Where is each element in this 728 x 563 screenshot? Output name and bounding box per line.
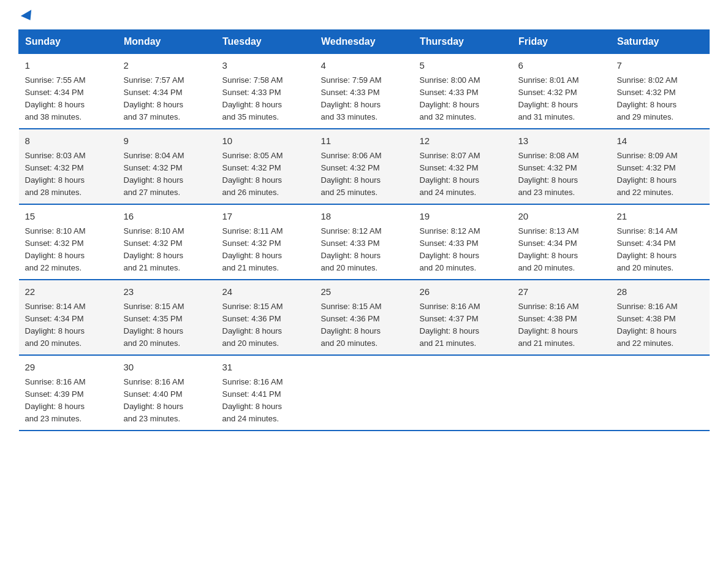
day-info: Sunrise: 7:55 AMSunset: 4:34 PMDaylight:… [25, 74, 112, 124]
table-row: 20Sunrise: 8:13 AMSunset: 4:34 PMDayligh… [512, 204, 611, 280]
day-number: 10 [222, 134, 309, 148]
day-number: 21 [617, 210, 703, 224]
table-row: 23Sunrise: 8:15 AMSunset: 4:35 PMDayligh… [118, 280, 216, 355]
day-number: 23 [124, 285, 210, 299]
day-number: 6 [518, 59, 605, 73]
day-number: 27 [518, 285, 605, 299]
table-row: 10Sunrise: 8:05 AMSunset: 4:32 PMDayligh… [216, 129, 315, 204]
table-row: 28Sunrise: 8:16 AMSunset: 4:38 PMDayligh… [611, 280, 710, 355]
day-number: 8 [25, 134, 112, 148]
day-info: Sunrise: 8:16 AMSunset: 4:37 PMDaylight:… [420, 301, 506, 350]
day-info: Sunrise: 8:02 AMSunset: 4:32 PMDaylight:… [617, 74, 703, 124]
table-row: 30Sunrise: 8:16 AMSunset: 4:40 PMDayligh… [118, 355, 216, 431]
col-monday: Monday [118, 30, 216, 54]
table-row [611, 355, 710, 431]
day-info: Sunrise: 8:16 AMSunset: 4:40 PMDaylight:… [124, 376, 210, 426]
day-info: Sunrise: 8:10 AMSunset: 4:32 PMDaylight:… [25, 225, 112, 275]
day-info: Sunrise: 8:04 AMSunset: 4:32 PMDaylight:… [124, 150, 210, 199]
table-row: 17Sunrise: 8:11 AMSunset: 4:32 PMDayligh… [216, 204, 315, 280]
day-number: 7 [617, 59, 703, 73]
table-row: 16Sunrise: 8:10 AMSunset: 4:32 PMDayligh… [118, 204, 216, 280]
day-info: Sunrise: 8:01 AMSunset: 4:32 PMDaylight:… [518, 74, 605, 124]
day-number: 1 [25, 59, 112, 73]
table-row: 24Sunrise: 8:15 AMSunset: 4:36 PMDayligh… [216, 280, 315, 355]
table-row [315, 355, 414, 431]
day-number: 30 [124, 361, 210, 375]
table-row [512, 355, 611, 431]
table-row: 18Sunrise: 8:12 AMSunset: 4:33 PMDayligh… [315, 204, 414, 280]
day-info: Sunrise: 8:15 AMSunset: 4:35 PMDaylight:… [124, 301, 210, 350]
day-number: 12 [420, 134, 506, 148]
day-info: Sunrise: 7:57 AMSunset: 4:34 PMDaylight:… [124, 74, 210, 124]
day-info: Sunrise: 8:00 AMSunset: 4:33 PMDaylight:… [420, 74, 506, 124]
day-info: Sunrise: 8:14 AMSunset: 4:34 PMDaylight:… [25, 301, 112, 350]
day-number: 31 [222, 361, 309, 375]
logo [18, 12, 36, 17]
logo-text [18, 12, 34, 21]
day-number: 24 [222, 285, 309, 299]
day-info: Sunrise: 8:16 AMSunset: 4:39 PMDaylight:… [25, 376, 112, 426]
day-info: Sunrise: 8:11 AMSunset: 4:32 PMDaylight:… [222, 225, 309, 275]
table-row: 8Sunrise: 8:03 AMSunset: 4:32 PMDaylight… [19, 129, 118, 204]
day-number: 5 [420, 59, 506, 73]
day-info: Sunrise: 7:59 AMSunset: 4:33 PMDaylight:… [321, 74, 408, 124]
day-number: 3 [222, 59, 309, 73]
table-row: 3Sunrise: 7:58 AMSunset: 4:33 PMDaylight… [216, 54, 315, 129]
table-row: 7Sunrise: 8:02 AMSunset: 4:32 PMDaylight… [611, 54, 710, 129]
day-number: 15 [25, 210, 112, 224]
table-row: 12Sunrise: 8:07 AMSunset: 4:32 PMDayligh… [414, 129, 512, 204]
calendar-week-row: 29Sunrise: 8:16 AMSunset: 4:39 PMDayligh… [19, 355, 710, 431]
day-info: Sunrise: 8:03 AMSunset: 4:32 PMDaylight:… [25, 150, 112, 199]
col-thursday: Thursday [414, 30, 512, 54]
table-row: 29Sunrise: 8:16 AMSunset: 4:39 PMDayligh… [19, 355, 118, 431]
day-info: Sunrise: 8:14 AMSunset: 4:34 PMDaylight:… [617, 225, 703, 275]
day-number: 28 [617, 285, 703, 299]
day-number: 17 [222, 210, 309, 224]
day-info: Sunrise: 8:10 AMSunset: 4:32 PMDaylight:… [124, 225, 210, 275]
day-info: Sunrise: 8:15 AMSunset: 4:36 PMDaylight:… [321, 301, 408, 350]
col-sunday: Sunday [19, 30, 118, 54]
day-number: 2 [124, 59, 210, 73]
day-number: 18 [321, 210, 408, 224]
day-info: Sunrise: 8:13 AMSunset: 4:34 PMDaylight:… [518, 225, 605, 275]
col-friday: Friday [512, 30, 611, 54]
day-info: Sunrise: 8:06 AMSunset: 4:32 PMDaylight:… [321, 150, 408, 199]
col-saturday: Saturday [611, 30, 710, 54]
day-info: Sunrise: 8:12 AMSunset: 4:33 PMDaylight:… [321, 225, 408, 275]
table-row: 31Sunrise: 8:16 AMSunset: 4:41 PMDayligh… [216, 355, 315, 431]
table-row: 25Sunrise: 8:15 AMSunset: 4:36 PMDayligh… [315, 280, 414, 355]
day-number: 25 [321, 285, 408, 299]
day-info: Sunrise: 8:12 AMSunset: 4:33 PMDaylight:… [420, 225, 506, 275]
day-info: Sunrise: 7:58 AMSunset: 4:33 PMDaylight:… [222, 74, 309, 124]
table-row: 21Sunrise: 8:14 AMSunset: 4:34 PMDayligh… [611, 204, 710, 280]
table-row: 13Sunrise: 8:08 AMSunset: 4:32 PMDayligh… [512, 129, 611, 204]
day-number: 16 [124, 210, 210, 224]
table-row: 26Sunrise: 8:16 AMSunset: 4:37 PMDayligh… [414, 280, 512, 355]
day-info: Sunrise: 8:09 AMSunset: 4:32 PMDaylight:… [617, 150, 703, 199]
table-row: 4Sunrise: 7:59 AMSunset: 4:33 PMDaylight… [315, 54, 414, 129]
page-header [18, 12, 710, 17]
day-info: Sunrise: 8:05 AMSunset: 4:32 PMDaylight:… [222, 150, 309, 199]
day-number: 22 [25, 285, 112, 299]
day-info: Sunrise: 8:16 AMSunset: 4:38 PMDaylight:… [518, 301, 605, 350]
day-number: 14 [617, 134, 703, 148]
day-number: 29 [25, 361, 112, 375]
day-number: 26 [420, 285, 506, 299]
table-row [414, 355, 512, 431]
day-info: Sunrise: 8:16 AMSunset: 4:38 PMDaylight:… [617, 301, 703, 350]
table-row: 19Sunrise: 8:12 AMSunset: 4:33 PMDayligh… [414, 204, 512, 280]
day-info: Sunrise: 8:07 AMSunset: 4:32 PMDaylight:… [420, 150, 506, 199]
table-row: 14Sunrise: 8:09 AMSunset: 4:32 PMDayligh… [611, 129, 710, 204]
day-number: 20 [518, 210, 605, 224]
calendar-week-row: 8Sunrise: 8:03 AMSunset: 4:32 PMDaylight… [19, 129, 710, 204]
calendar-table: Sunday Monday Tuesday Wednesday Thursday… [18, 29, 710, 431]
calendar-week-row: 22Sunrise: 8:14 AMSunset: 4:34 PMDayligh… [19, 280, 710, 355]
day-number: 4 [321, 59, 408, 73]
calendar-week-row: 15Sunrise: 8:10 AMSunset: 4:32 PMDayligh… [19, 204, 710, 280]
col-tuesday: Tuesday [216, 30, 315, 54]
col-wednesday: Wednesday [315, 30, 414, 54]
day-info: Sunrise: 8:08 AMSunset: 4:32 PMDaylight:… [518, 150, 605, 199]
table-row: 5Sunrise: 8:00 AMSunset: 4:33 PMDaylight… [414, 54, 512, 129]
table-row: 27Sunrise: 8:16 AMSunset: 4:38 PMDayligh… [512, 280, 611, 355]
day-info: Sunrise: 8:15 AMSunset: 4:36 PMDaylight:… [222, 301, 309, 350]
